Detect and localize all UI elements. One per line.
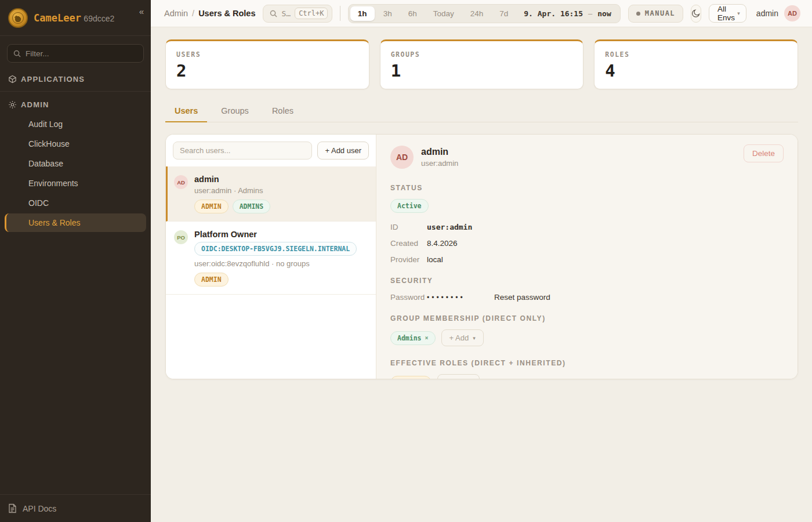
users-count: 2: [176, 61, 358, 81]
box-icon: [8, 75, 17, 84]
password-mask: ••••••••: [427, 293, 480, 302]
search-icon: [13, 50, 21, 57]
time-option-7d[interactable]: 7d: [492, 6, 516, 21]
groups-count: 1: [391, 61, 573, 81]
global-search-placeholder: S…: [281, 9, 291, 18]
tab-groups[interactable]: Groups: [212, 102, 258, 122]
sidebar-item-users-roles[interactable]: Users & Roles: [5, 213, 146, 232]
environment-select[interactable]: All Envs ▾: [709, 4, 746, 23]
api-docs-link[interactable]: API Docs: [0, 494, 151, 522]
time-range-selector: 1h 3h 6h Today 24h 7d 9. Apr. 16:15 – no…: [348, 4, 621, 23]
moon-icon: [691, 9, 701, 18]
add-group-button[interactable]: + Add ▾: [441, 329, 484, 346]
delete-user-button[interactable]: Delete: [744, 144, 784, 162]
time-range-display[interactable]: 9. Apr. 16:15 – now: [517, 9, 618, 18]
avatar: PO: [174, 230, 188, 244]
user-row-meta: user:oidc:8evzqofluhld · no groups: [194, 259, 357, 268]
role-badge-admin: ADMIN: [194, 273, 229, 287]
breadcrumb: Admin / Users & Roles: [164, 9, 255, 18]
sidebar: CameLeer 69dcce2 « Filter... APPLICATION…: [0, 0, 151, 522]
stat-card-roles: ROLES 4: [594, 39, 798, 89]
group-badge-admins: ADMINS: [233, 200, 271, 213]
avatar: AD: [174, 175, 188, 189]
sidebar-item-audit-log[interactable]: Audit Log: [5, 115, 146, 133]
time-option-3h[interactable]: 3h: [376, 6, 400, 21]
field-provider: Provider local: [390, 255, 784, 264]
user-row-admin[interactable]: AD admin user:admin · Admins ADMIN ADMIN…: [166, 166, 376, 222]
stat-card-groups: GROUPS 1: [380, 39, 584, 89]
user-detail-panel: AD admin user:admin Delete STATUS Active…: [376, 135, 798, 379]
topbar-username: admin: [756, 9, 778, 18]
avatar: AD: [390, 146, 414, 169]
roles-count: 4: [605, 61, 787, 81]
sidebar-item-oidc[interactable]: OIDC: [5, 194, 146, 212]
group-chip-admins: Admins ×: [390, 331, 436, 345]
tab-roles[interactable]: Roles: [263, 102, 303, 122]
reset-password-link[interactable]: Reset password: [494, 293, 550, 302]
time-option-1h[interactable]: 1h: [350, 6, 375, 21]
oidc-issuer-badge: OIDC:DESKTOP-FB5VGJ9.SIEGELN.INTERNAL: [194, 242, 357, 256]
password-row: Password •••••••• Reset password: [390, 293, 784, 302]
user-row-platform-owner[interactable]: PO Platform Owner OIDC:DESKTOP-FB5VGJ9.S…: [166, 222, 376, 295]
breadcrumb-current: Users & Roles: [198, 9, 255, 18]
search-users-input[interactable]: [173, 142, 312, 160]
users-panel: + Add user AD admin user:admin · Admins …: [165, 134, 798, 379]
search-icon: [270, 10, 277, 17]
detail-user-id: user:admin: [421, 159, 458, 168]
dark-mode-toggle[interactable]: [691, 5, 701, 23]
brand-name: CameLeer: [34, 12, 81, 24]
role-badge-admin: ADMIN: [194, 200, 229, 213]
time-range-to: now: [597, 9, 611, 18]
chevron-down-icon: ▾: [473, 335, 476, 341]
status-dot-icon: [636, 12, 640, 16]
user-list: + Add user AD admin user:admin · Admins …: [166, 135, 376, 379]
detail-user-name: admin: [421, 147, 458, 157]
avatar[interactable]: AD: [784, 5, 800, 21]
breadcrumb-admin[interactable]: Admin: [164, 9, 188, 18]
user-menu[interactable]: admin AD: [756, 5, 800, 21]
time-range-from: 9. Apr. 16:15: [524, 9, 583, 18]
user-row-name: Platform Owner: [194, 230, 357, 239]
add-user-button[interactable]: + Add user: [317, 142, 369, 160]
sidebar-collapse-icon[interactable]: «: [139, 7, 144, 16]
security-heading: SECURITY: [390, 277, 784, 285]
brand-version: 69dcce2: [84, 14, 114, 23]
add-role-button[interactable]: + Add ▾: [437, 374, 480, 379]
document-icon: [8, 503, 17, 513]
sidebar-item-environments[interactable]: Environments: [5, 174, 146, 193]
field-created-value: 8.4.2026: [427, 239, 458, 248]
sidebar-filter-input[interactable]: Filter...: [7, 44, 144, 63]
brand-logo-icon: [8, 8, 28, 28]
sidebar-section-applications[interactable]: APPLICATIONS: [0, 68, 151, 89]
sidebar-section-admin[interactable]: ADMIN: [0, 94, 151, 114]
tab-bar: Users Groups Roles: [165, 102, 798, 122]
sidebar-filter-placeholder: Filter...: [26, 49, 49, 58]
sidebar-header: CameLeer 69dcce2 «: [0, 0, 151, 36]
stats-row: USERS 2 GROUPS 1 ROLES 4: [165, 39, 798, 89]
user-row-name: admin: [194, 175, 270, 184]
topbar: Admin / Users & Roles S… Ctrl+K 1h 3h 6h…: [151, 0, 812, 27]
field-provider-value: local: [427, 255, 443, 264]
role-chip-admin: ADMIN ×: [390, 376, 432, 380]
group-membership-heading: GROUP MEMBERSHIP (DIRECT ONLY): [390, 314, 784, 322]
effective-roles-heading: EFFECTIVE ROLES (DIRECT + INHERITED): [390, 359, 784, 367]
sidebar-item-database[interactable]: Database: [5, 154, 146, 173]
tab-users[interactable]: Users: [165, 102, 207, 122]
time-option-today[interactable]: Today: [426, 6, 462, 21]
search-shortcut-kbd: Ctrl+K: [295, 8, 328, 19]
field-created: Created 8.4.2026: [390, 239, 784, 248]
chevron-down-icon: ▾: [737, 10, 740, 16]
time-option-24h[interactable]: 24h: [463, 6, 491, 21]
field-id-value: user:admin: [427, 223, 472, 231]
global-search-button[interactable]: S… Ctrl+K: [263, 5, 332, 23]
time-option-6h[interactable]: 6h: [401, 6, 425, 21]
sidebar-item-clickhouse[interactable]: ClickHouse: [5, 135, 146, 153]
stat-card-users: USERS 2: [165, 39, 369, 89]
status-badge: Active: [390, 199, 429, 213]
refresh-mode-badge[interactable]: MANUAL: [628, 5, 683, 23]
user-row-meta: user:admin · Admins: [194, 186, 270, 195]
status-heading: STATUS: [390, 184, 784, 192]
remove-group-icon[interactable]: ×: [425, 335, 429, 341]
sidebar-divider: [0, 91, 151, 92]
field-id: ID user:admin: [390, 223, 784, 231]
